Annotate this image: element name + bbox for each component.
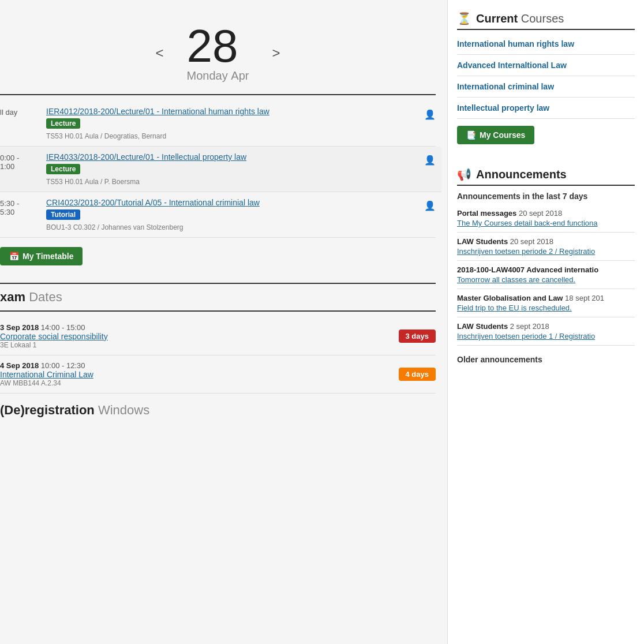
announcement-item: LAW Students 20 sept 2018 Inschrijven to… (457, 233, 635, 261)
ann-link[interactable]: Field trip to the EU is rescheduled. (457, 304, 635, 312)
schedule-link[interactable]: IER4033/2018-200/Lecture/01 - Intellectu… (46, 152, 418, 162)
user-icon: 👤 (424, 109, 436, 120)
exam-course-link[interactable]: Corporate social responsibility (0, 332, 399, 341)
ann-link[interactable]: Tomorrow all classes are cancelled. (457, 275, 635, 284)
schedule-time: 5:30 -5:30 (0, 198, 40, 216)
ann-meta: Master Globalisation and Law 18 sept 201 (457, 294, 635, 302)
exam-divider (0, 283, 436, 284)
announcement-item: Master Globalisation and Law 18 sept 201… (457, 289, 635, 317)
exam-info: 3 Sep 2018 14:00 - 15:00 Corporate socia… (0, 323, 399, 349)
exam-location: AW MBB144 A.2.34 (0, 379, 399, 387)
exam-item: 3 Sep 2018 14:00 - 15:00 Corporate socia… (0, 317, 436, 355)
exam-location: 3E Lokaal 1 (0, 341, 399, 349)
tutorial-badge: Tutorial (46, 209, 80, 220)
ann-meta: LAW Students 20 sept 2018 (457, 237, 635, 246)
course-item[interactable]: International human rights law (457, 33, 635, 55)
registration-title: (De)registration Windows (0, 403, 436, 418)
schedule-meta: BOU1-3 C0.302 / Johannes van Stolzenberg (46, 223, 418, 231)
schedule-item: 0:00 -1:00 IER4033/2018-200/Lecture/01 -… (0, 147, 441, 192)
calendar-icon: 📅 (9, 252, 19, 261)
user-icon: 👤 (424, 155, 436, 166)
left-panel: < 28 Monday Apr > ll day IER4012/2018-20… (0, 0, 448, 644)
schedule-content: IER4033/2018-200/Lecture/01 - Intellectu… (46, 152, 418, 186)
exam-course-link[interactable]: International Criminal Law (0, 370, 399, 379)
exam-dates-title: xam Dates (0, 290, 436, 305)
schedule-content: CRI4023/2018-200/Tutorial A/05 - Interna… (46, 198, 418, 231)
calendar-day-number: 28 (187, 23, 249, 69)
calendar-divider (0, 94, 436, 95)
course-item[interactable]: Advanced Internaltional Law (457, 55, 635, 76)
exam-list: 3 Sep 2018 14:00 - 15:00 Corporate socia… (0, 317, 436, 394)
right-panel: ⏳ Current Courses International human ri… (448, 0, 644, 644)
book-icon: 📑 (466, 130, 476, 140)
calendar-next-button[interactable]: > (266, 43, 286, 63)
calendar-day-name: Monday Apr (187, 69, 249, 83)
course-list: International human rights law Advanced … (457, 33, 635, 119)
ann-meta: 2018-100-LAW4007 Advanced internatio (457, 265, 635, 274)
schedule-link[interactable]: IER4012/2018-200/Lecture/01 - Internatio… (46, 107, 418, 116)
schedule-link[interactable]: CRI4023/2018-200/Tutorial A/05 - Interna… (46, 198, 418, 207)
ann-link[interactable]: Inschrijven toetsen periode 2 / Registra… (457, 247, 635, 256)
schedule-meta: TS53 H0.01 Aula / P. Boersma (46, 178, 418, 186)
calendar-day-display: 28 Monday Apr (187, 23, 249, 83)
user-icon: 👤 (424, 200, 436, 211)
calendar-header: < 28 Monday Apr > (0, 12, 436, 88)
my-courses-button[interactable]: 📑 My Courses (457, 126, 534, 144)
course-item[interactable]: Intellectual property law (457, 98, 635, 119)
current-courses-header: ⏳ Current Courses (457, 12, 635, 30)
exam-underline (0, 310, 436, 312)
my-timetable-button[interactable]: 📅 My Timetable (0, 247, 83, 265)
schedule-item: 5:30 -5:30 CRI4023/2018-200/Tutorial A/0… (0, 192, 436, 238)
exam-date-time: 4 Sep 2018 10:00 - 12:30 (0, 361, 399, 370)
announcements-header: 📢 Announcements (457, 167, 635, 186)
calendar-prev-button[interactable]: < (150, 43, 170, 63)
older-announcements-label: Older announcements (457, 355, 635, 364)
announcement-item: LAW Students 2 sept 2018 Inschrijven toe… (457, 317, 635, 346)
clock-icon: ⏳ (457, 12, 471, 25)
exam-info: 4 Sep 2018 10:00 - 12:30 International C… (0, 361, 399, 387)
announcement-item: 2018-100-LAW4007 Advanced internatio Tom… (457, 261, 635, 289)
course-link[interactable]: Intellectual property law (457, 103, 549, 113)
ann-meta: Portal messages 20 sept 2018 (457, 209, 635, 218)
course-link[interactable]: Advanced Internaltional Law (457, 61, 567, 70)
ann-link[interactable]: The My Courses detail back-end functiona (457, 219, 635, 227)
days-badge: 3 days (399, 330, 436, 343)
exam-date-time: 3 Sep 2018 14:00 - 15:00 (0, 323, 399, 332)
lecture-badge: Lecture (46, 164, 80, 174)
schedule-list: ll day IER4012/2018-200/Lecture/01 - Int… (0, 101, 436, 238)
course-link[interactable]: International criminal law (457, 82, 554, 91)
ann-link[interactable]: Inschrijven toetsen periode 1 / Registra… (457, 332, 635, 340)
course-item[interactable]: International criminal law (457, 76, 635, 98)
schedule-meta: TS53 H0.01 Aula / Deogratias, Bernard (46, 132, 418, 140)
announcement-item: Portal messages 20 sept 2018 The My Cour… (457, 204, 635, 233)
days-badge: 4 days (399, 368, 436, 381)
course-link[interactable]: International human rights law (457, 39, 574, 48)
schedule-item: ll day IER4012/2018-200/Lecture/01 - Int… (0, 101, 436, 147)
ann-meta: LAW Students 2 sept 2018 (457, 322, 635, 331)
exam-item: 4 Sep 2018 10:00 - 12:30 International C… (0, 355, 436, 394)
announcements-subtitle: Announcements in the last 7 days (457, 192, 635, 201)
schedule-content: IER4012/2018-200/Lecture/01 - Internatio… (46, 107, 418, 140)
lecture-badge: Lecture (46, 118, 80, 129)
schedule-time: 0:00 -1:00 (0, 152, 40, 171)
schedule-time: ll day (0, 107, 40, 117)
megaphone-icon: 📢 (457, 167, 471, 181)
